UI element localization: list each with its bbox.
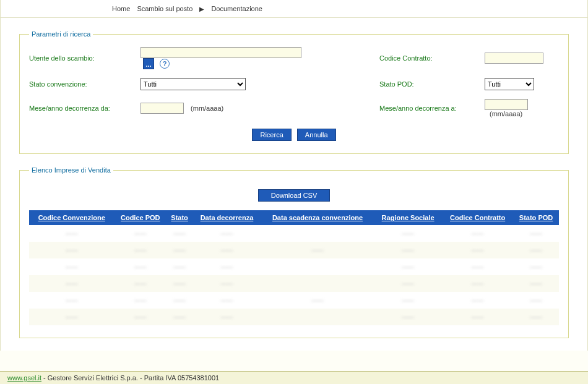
table-cell: —— <box>114 242 166 258</box>
table-cell: —— <box>192 292 261 309</box>
table-cell: —— <box>513 242 559 258</box>
table-cell: —— <box>29 309 114 325</box>
table-cell <box>261 275 374 292</box>
table-cell: —— <box>192 242 261 258</box>
table-cell: —— <box>374 309 442 325</box>
decorr-da-label: Mese/anno decorrenza da: <box>29 105 141 112</box>
table-cell: —— <box>166 275 192 292</box>
breadcrumb-home[interactable]: Home <box>112 5 130 12</box>
table-cell: —— <box>442 275 513 292</box>
table-cell: —— <box>374 258 442 275</box>
col-ragione-sociale[interactable]: Ragione Sociale <box>374 210 442 225</box>
utente-input[interactable] <box>141 47 301 58</box>
table-cell: —— <box>374 292 442 309</box>
table-cell: —— <box>114 292 166 309</box>
stato-conv-select[interactable]: Tutti <box>141 78 246 90</box>
table-cell: —— <box>192 309 261 325</box>
table-cell: —— <box>261 292 374 309</box>
chevron-right-icon: ▶ <box>199 6 204 12</box>
table-cell: —— <box>513 258 559 275</box>
results-table: Codice Convenzione Codice POD Stato Data… <box>29 210 559 325</box>
breadcrumb: Home Scambio sul posto ▶ Documentazione <box>1 0 587 18</box>
table-cell: —— <box>513 292 559 309</box>
table-cell: —— <box>374 225 442 242</box>
table-cell: —— <box>29 275 114 292</box>
table-cell: —— <box>29 258 114 275</box>
table-cell: —— <box>192 258 261 275</box>
ricerca-button[interactable]: Ricerca <box>252 129 291 141</box>
table-cell: —— <box>442 292 513 309</box>
col-codice-pod[interactable]: Codice POD <box>114 210 166 225</box>
table-row: —————————————— <box>29 225 559 242</box>
table-cell: —— <box>374 275 442 292</box>
table-cell: —— <box>166 242 192 258</box>
table-cell: —— <box>261 242 374 258</box>
table-cell: —— <box>442 258 513 275</box>
table-cell: —— <box>166 258 192 275</box>
table-cell: —— <box>192 275 261 292</box>
codice-contratto-label: Codice Contratto: <box>379 54 485 62</box>
download-csv-button[interactable]: Download CSV <box>258 189 331 202</box>
table-cell: —— <box>114 275 166 292</box>
list-legend: Elenco Imprese di Vendita <box>29 166 113 174</box>
footer: www.gsel.it - Gestore Servizi Elettrici … <box>0 371 588 384</box>
table-row: —————————————— <box>29 258 559 275</box>
table-row: ———————————————— <box>29 242 559 258</box>
list-panel: Elenco Imprese di Vendita Download CSV C… <box>19 166 569 338</box>
col-codice-convenzione[interactable]: Codice Convenzione <box>29 210 114 225</box>
footer-text: - Gestore Servizi Elettrici S.p.a. - Par… <box>41 374 219 382</box>
decorr-a-input[interactable] <box>485 99 528 110</box>
mm-hint-a: (mm/aaaa) <box>490 110 522 117</box>
table-cell: —— <box>29 225 114 242</box>
codice-contratto-input[interactable] <box>485 53 543 64</box>
table-cell: —— <box>114 309 166 325</box>
table-cell: —— <box>513 309 559 325</box>
table-cell: —— <box>513 225 559 242</box>
table-cell: —— <box>374 242 442 258</box>
decorr-da-input[interactable] <box>141 103 184 114</box>
col-data-scadenza[interactable]: Data scadenza convenzione <box>261 210 374 225</box>
table-cell: —— <box>166 309 192 325</box>
decorr-a-label: Mese/anno decorrenza a: <box>379 105 485 112</box>
col-codice-contratto[interactable]: Codice Contratto <box>442 210 513 225</box>
lookup-button[interactable]: ... <box>143 58 154 69</box>
stato-pod-label: Stato POD: <box>379 80 485 88</box>
table-cell <box>261 258 374 275</box>
breadcrumb-mid[interactable]: Scambio sul posto <box>137 5 192 12</box>
help-icon[interactable]: ? <box>160 59 170 69</box>
table-cell: —— <box>442 242 513 258</box>
stato-conv-label: Stato convenzione: <box>29 80 141 88</box>
table-row: ———————————————— <box>29 292 559 309</box>
table-cell <box>261 225 374 242</box>
table-row: —————————————— <box>29 275 559 292</box>
table-cell: —— <box>166 292 192 309</box>
col-stato[interactable]: Stato <box>166 210 192 225</box>
search-panel: Parametri di ricerca Utente dello scambi… <box>19 30 569 154</box>
col-stato-pod[interactable]: Stato POD <box>513 210 559 225</box>
table-cell: —— <box>442 225 513 242</box>
table-cell: —— <box>114 258 166 275</box>
col-data-decorrenza[interactable]: Data decorrenza <box>192 210 261 225</box>
stato-pod-select[interactable]: Tutti <box>485 78 534 90</box>
breadcrumb-last: Documentazione <box>211 5 262 12</box>
table-row: —————————————— <box>29 309 559 325</box>
table-cell: —— <box>192 225 261 242</box>
footer-link[interactable]: www.gsel.it <box>7 374 41 382</box>
table-cell: —— <box>166 225 192 242</box>
mm-hint-da: (mm/aaaa) <box>191 105 223 112</box>
table-cell: —— <box>513 275 559 292</box>
table-cell: —— <box>114 225 166 242</box>
annulla-button[interactable]: Annulla <box>297 129 336 141</box>
table-cell <box>261 309 374 325</box>
table-cell: —— <box>29 292 114 309</box>
search-legend: Parametri di ricerca <box>29 30 93 38</box>
table-cell: —— <box>29 242 114 258</box>
table-cell: —— <box>442 309 513 325</box>
utente-label: Utente dello scambio: <box>29 54 141 62</box>
